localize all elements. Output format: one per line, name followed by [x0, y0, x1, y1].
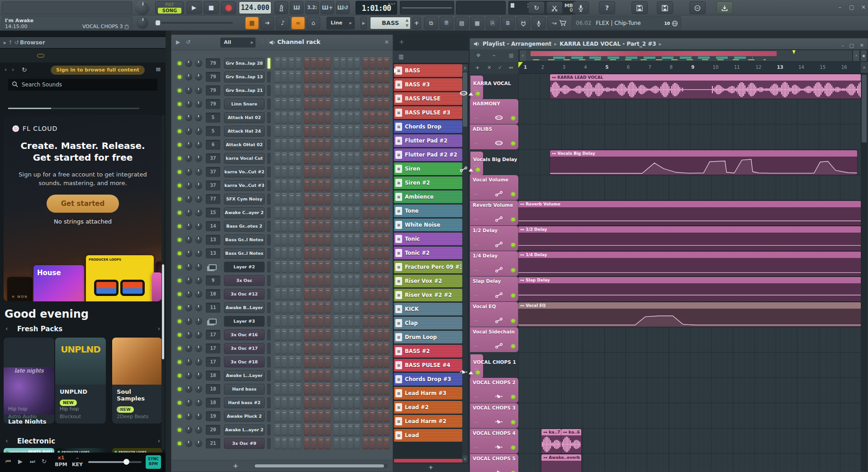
step-button[interactable] [325, 112, 331, 124]
channel-steps[interactable] [275, 234, 390, 246]
step-button[interactable] [275, 112, 280, 124]
automation-clip[interactable]: ⊶ Reverb Volume [518, 201, 861, 225]
step-button[interactable] [333, 315, 339, 327]
step-button[interactable] [281, 370, 287, 381]
step-button[interactable] [347, 424, 353, 436]
feedback-button[interactable] [689, 1, 706, 14]
step-button[interactable] [275, 125, 280, 137]
step-button[interactable] [325, 193, 331, 205]
help-button[interactable]: ? [599, 1, 615, 14]
channel-volume-knob[interactable] [195, 291, 202, 298]
step-button[interactable] [354, 125, 360, 137]
step-button[interactable] [347, 343, 353, 354]
step-button[interactable] [363, 329, 369, 341]
step-button[interactable] [340, 275, 346, 286]
channel-volume-knob[interactable] [195, 277, 202, 284]
step-button[interactable] [384, 125, 389, 137]
channel-pan-knob[interactable] [185, 128, 192, 135]
step-button[interactable] [318, 85, 324, 96]
pattern-item[interactable]: ≡ BASS [394, 64, 462, 77]
channel-enable-led[interactable] [178, 428, 181, 432]
step-button[interactable] [325, 288, 331, 300]
automation-clip[interactable]: ⊶ Vocal EQ [518, 302, 861, 327]
step-button[interactable] [347, 329, 353, 341]
channel-route-number[interactable]: 6 [206, 140, 220, 150]
channel-button[interactable]: Awake Pluck 2 [224, 411, 265, 422]
key-value[interactable]: – [71, 455, 83, 461]
step-button[interactable] [311, 383, 317, 395]
channel-selector[interactable] [267, 248, 270, 259]
channel-steps[interactable] [275, 71, 390, 83]
channel-route-number[interactable]: 13 [206, 235, 220, 245]
playlist-scrollbar[interactable]: ∧ [861, 62, 868, 472]
step-button[interactable] [325, 166, 331, 178]
step-button[interactable] [295, 438, 301, 449]
browser-tab[interactable] [29, 54, 35, 57]
track-led[interactable] [511, 446, 515, 450]
step-button[interactable] [325, 207, 331, 219]
step-button[interactable] [325, 261, 331, 273]
channel-steps[interactable] [275, 98, 390, 110]
slider-knob[interactable] [123, 459, 129, 465]
oscilloscope[interactable] [400, 1, 454, 14]
channel-volume-knob[interactable] [195, 318, 202, 325]
step-button[interactable] [304, 329, 310, 341]
shuttle-jog-knob[interactable] [136, 1, 149, 14]
step-button[interactable] [311, 139, 317, 151]
step-button[interactable] [304, 302, 310, 314]
navigator-mode-button[interactable]: ▪ [861, 50, 867, 61]
picker-add-icon[interactable]: ✛ [399, 39, 404, 45]
step-button[interactable] [325, 329, 331, 341]
channel-route-number[interactable]: 13 [206, 248, 220, 258]
channel-selector[interactable] [267, 289, 270, 300]
step-button[interactable] [363, 153, 369, 164]
punch-button[interactable]: ⌂ [307, 17, 320, 29]
step-button[interactable] [281, 180, 287, 191]
step-button[interactable] [325, 98, 331, 110]
step-button[interactable] [295, 275, 301, 286]
step-button[interactable] [318, 329, 324, 341]
step-button[interactable] [347, 370, 353, 381]
step-button[interactable] [377, 125, 383, 137]
track-header[interactable]: VOCAL CHOPS 3 ⋯ [470, 403, 518, 428]
step-button[interactable] [363, 193, 369, 205]
step-button[interactable] [295, 302, 301, 314]
step-button[interactable] [295, 248, 301, 259]
step-button[interactable] [363, 288, 369, 300]
channel-selector[interactable] [267, 275, 270, 286]
step-button[interactable] [281, 302, 287, 314]
step-button[interactable] [325, 302, 331, 314]
step-button[interactable] [370, 248, 375, 259]
pat-label[interactable]: PAT [156, 2, 184, 8]
channel-button[interactable]: karra Vo..Cut #3 [224, 180, 265, 191]
channel-selector[interactable] [267, 153, 270, 164]
step-button[interactable] [295, 193, 301, 205]
step-button[interactable] [295, 98, 301, 110]
step-button[interactable] [275, 275, 280, 286]
step-button[interactable] [340, 438, 346, 449]
pattern-item[interactable]: ≡ Ambience [394, 191, 462, 203]
channel-pan-knob[interactable] [185, 168, 192, 176]
step-button[interactable] [295, 356, 301, 368]
slider-handle[interactable] [156, 20, 160, 25]
channel-volume-knob[interactable] [195, 426, 202, 434]
channel-steps[interactable] [275, 193, 390, 205]
step-button[interactable] [289, 329, 294, 341]
channel-enable-led[interactable] [178, 333, 181, 337]
step-button[interactable] [281, 438, 287, 449]
step-button[interactable] [384, 180, 389, 191]
step-button[interactable] [384, 234, 389, 246]
step-button[interactable] [347, 261, 353, 273]
step-button[interactable] [333, 397, 339, 409]
step-button[interactable] [370, 315, 375, 327]
chevron-left-icon[interactable]: ‹ [5, 325, 8, 332]
step-button[interactable] [275, 302, 280, 314]
automation-clip[interactable]: ⊶ Vocals Big Delay [550, 150, 857, 175]
step-button[interactable] [295, 397, 301, 409]
channel-pan-knob[interactable] [185, 73, 192, 81]
channel-volume-knob[interactable] [195, 263, 202, 271]
step-button[interactable] [377, 397, 383, 409]
channel-route-number[interactable]: 10 [206, 289, 220, 299]
step-button[interactable] [354, 370, 360, 381]
channel-steps[interactable] [275, 343, 390, 354]
